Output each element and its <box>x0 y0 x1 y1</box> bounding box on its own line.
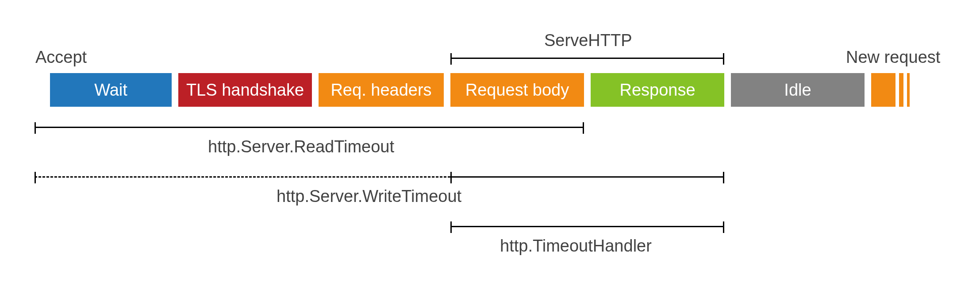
phase-tls-label: TLS handshake <box>186 81 304 100</box>
write-timeout-label: http.Server.WriteTimeout <box>277 187 461 206</box>
write-timeout-bracket-solid <box>450 176 724 188</box>
phase-tls: TLS handshake <box>178 73 312 107</box>
new-request-sliver-3 <box>907 73 910 107</box>
phase-req-body-label: Request body <box>465 81 569 100</box>
serve-http-bracket <box>450 58 724 69</box>
phase-idle: Idle <box>731 73 865 107</box>
accept-label: Accept <box>35 48 87 67</box>
read-timeout-label: http.Server.ReadTimeout <box>208 137 394 156</box>
new-request-sliver-2 <box>899 73 903 107</box>
serve-http-label: ServeHTTP <box>544 31 632 50</box>
phase-idle-label: Idle <box>784 81 811 100</box>
phase-req-headers: Req. headers <box>319 73 444 107</box>
phase-wait: Wait <box>50 73 172 107</box>
timeout-handler-bracket <box>450 226 724 237</box>
timeout-handler-label: http.TimeoutHandler <box>500 237 652 256</box>
new-request-label: New request <box>846 48 940 67</box>
phase-response: Response <box>591 73 724 107</box>
write-timeout-bracket-dashed <box>35 176 450 178</box>
phase-req-headers-label: Req. headers <box>331 81 431 100</box>
phase-req-body: Request body <box>450 73 584 107</box>
phase-response-label: Response <box>619 81 695 100</box>
read-timeout-bracket <box>35 127 584 138</box>
new-request-sliver-1 <box>871 73 895 107</box>
phase-wait-label: Wait <box>94 81 127 100</box>
